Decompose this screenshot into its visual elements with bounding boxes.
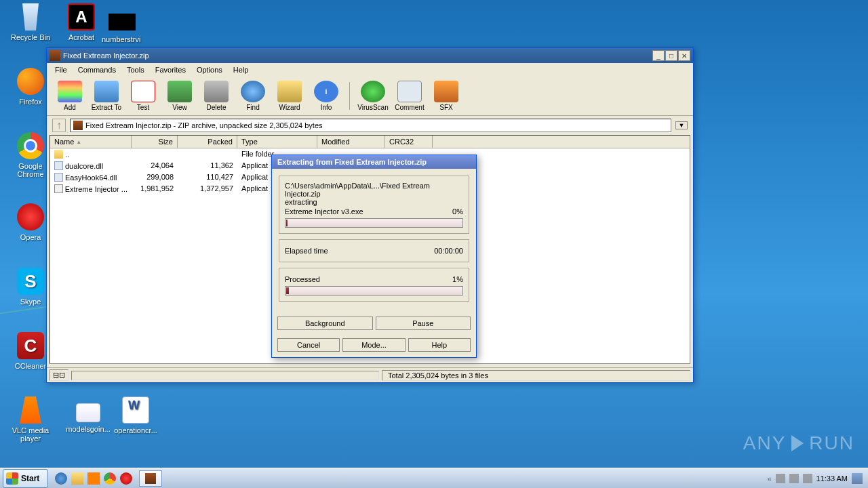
- menu-commands[interactable]: Commands: [73, 64, 121, 75]
- tool-test[interactable]: Test: [125, 79, 161, 113]
- dll-icon: [54, 173, 63, 182]
- chrome-icon: [17, 132, 44, 159]
- ql-opera[interactable]: [120, 472, 132, 485]
- ql-chrome[interactable]: [104, 472, 116, 485]
- archive-icon: [73, 121, 83, 130]
- titlebar[interactable]: Fixed Extream Injector.zip _ □ ✕: [47, 48, 693, 63]
- dialog-action: extracting: [285, 198, 463, 206]
- dialog-filename: Extreme Injector v3.exe: [285, 207, 363, 216]
- maximize-button[interactable]: □: [665, 50, 677, 61]
- total-progress: [285, 286, 463, 296]
- delete-icon: [204, 81, 229, 102]
- dialog-time-group: Elapsed time 00:00:00: [279, 239, 469, 262]
- window-title: Fixed Extream Injector.zip: [63, 52, 149, 60]
- tool-view[interactable]: View: [162, 79, 197, 113]
- dialog-title[interactable]: Extracting from Fixed Extream Injector.z…: [272, 155, 476, 169]
- up-button[interactable]: ↑: [52, 119, 66, 132]
- path-input[interactable]: Fixed Extream Injector.zip - ZIP archive…: [70, 119, 671, 132]
- recycle-bin-icon: [17, 3, 44, 30]
- acrobat-icon: A: [68, 3, 95, 30]
- tool-virusscan[interactable]: VirusScan: [355, 79, 391, 113]
- menu-file[interactable]: File: [50, 64, 73, 75]
- toolbar: Add Extract To Test View Delete Find Wiz…: [47, 77, 693, 116]
- processed-label: Processed: [285, 275, 320, 283]
- desktop-acrobat[interactable]: AAcrobat: [58, 3, 105, 41]
- col-size[interactable]: Size: [132, 136, 178, 148]
- find-icon: [241, 81, 265, 102]
- ql-ie[interactable]: [55, 472, 67, 485]
- folder-icon: [54, 150, 63, 159]
- cancel-button[interactable]: Cancel: [277, 338, 340, 352]
- dialog-file-pct: 0%: [452, 207, 463, 216]
- path-dropdown[interactable]: ▼: [675, 121, 688, 129]
- col-name[interactable]: Name ▲: [50, 136, 132, 148]
- desktop-numbers-label: numberstrvi: [102, 35, 140, 43]
- col-packed[interactable]: Packed: [178, 136, 237, 148]
- tool-info[interactable]: iInfo: [309, 79, 344, 113]
- windows-icon: [6, 472, 18, 485]
- mode-button[interactable]: Mode...: [342, 338, 405, 352]
- menu-tools[interactable]: Tools: [121, 64, 150, 75]
- help-button[interactable]: Help: [408, 338, 471, 352]
- folder-icon: [76, 403, 100, 422]
- taskbar-winrar-icon: [145, 473, 156, 484]
- tray-network-icon[interactable]: [789, 474, 799, 483]
- tray-flag-icon[interactable]: [803, 474, 812, 483]
- tool-extract[interactable]: Extract To: [89, 79, 124, 113]
- wizard-icon: [277, 81, 302, 102]
- minimize-button[interactable]: _: [652, 50, 665, 61]
- systray: « 11:33 AM: [762, 473, 868, 484]
- start-button[interactable]: Start: [3, 469, 48, 488]
- app-icon: [50, 50, 60, 61]
- list-header: Name ▲ Size Packed Type Modified CRC32: [50, 136, 690, 148]
- tool-add[interactable]: Add: [52, 79, 87, 113]
- close-button[interactable]: ✕: [678, 50, 690, 61]
- tray-expand[interactable]: «: [767, 474, 771, 483]
- virus-icon: [361, 81, 385, 102]
- sfx-icon: [434, 81, 458, 102]
- col-modified[interactable]: Modified: [317, 136, 385, 148]
- tool-wizard[interactable]: Wizard: [272, 79, 307, 113]
- clock[interactable]: 11:33 AM: [816, 474, 848, 483]
- elapsed-label: Elapsed time: [285, 247, 328, 255]
- word-icon: [122, 396, 149, 424]
- taskbar-winrar[interactable]: [139, 470, 162, 487]
- comment-icon: [397, 81, 422, 102]
- tool-delete[interactable]: Delete: [199, 79, 234, 113]
- col-type[interactable]: Type: [237, 136, 317, 148]
- dll-icon: [54, 161, 63, 170]
- add-icon: [58, 81, 82, 102]
- sb-toggle[interactable]: ⊟⊡: [50, 369, 68, 381]
- file-progress: [285, 218, 463, 228]
- ql-player[interactable]: [87, 472, 100, 485]
- tool-comment[interactable]: Comment: [392, 79, 427, 113]
- test-icon: [131, 81, 155, 102]
- desktop-black-file[interactable]: [108, 14, 136, 30]
- tray-volume-icon[interactable]: [776, 474, 785, 483]
- desktop-recycle-bin[interactable]: Recycle Bin: [7, 3, 54, 41]
- firefox-icon: [17, 68, 44, 95]
- col-crc[interactable]: CRC32: [385, 136, 433, 148]
- desktop-folder-models[interactable]: modelsgoin...: [64, 403, 112, 433]
- tool-sfx[interactable]: SFX: [429, 79, 464, 113]
- show-desktop[interactable]: [852, 473, 863, 484]
- statusbar: ⊟⊡ Total 2,305,024 bytes in 3 files: [47, 367, 693, 382]
- tool-find[interactable]: Find: [235, 79, 271, 113]
- extract-icon: [94, 81, 119, 102]
- dialog-processed-group: Processed 1%: [279, 268, 469, 302]
- pause-button[interactable]: Pause: [376, 317, 471, 330]
- pathbar: ↑ Fixed Extream Injector.zip - ZIP archi…: [47, 116, 693, 135]
- desktop-word-operation[interactable]: operationcr...: [112, 396, 159, 434]
- menu-options[interactable]: Options: [191, 64, 228, 75]
- vlc-icon: [17, 396, 44, 424]
- taskbar: Start « 11:33 AM: [0, 468, 868, 488]
- menu-help[interactable]: Help: [228, 64, 254, 75]
- quick-launch: [51, 472, 136, 485]
- elapsed-value: 00:00:00: [434, 247, 463, 255]
- dialog-path: C:\Users\admin\AppData\L...\Fixed Extrea…: [285, 182, 463, 198]
- menu-favorites[interactable]: Favorites: [150, 64, 191, 75]
- desktop-vlc[interactable]: VLC media player: [7, 396, 54, 443]
- background-button[interactable]: Background: [277, 317, 373, 330]
- sb-total: Total 2,305,024 bytes in 3 files: [382, 370, 690, 381]
- ql-explorer[interactable]: [71, 472, 83, 485]
